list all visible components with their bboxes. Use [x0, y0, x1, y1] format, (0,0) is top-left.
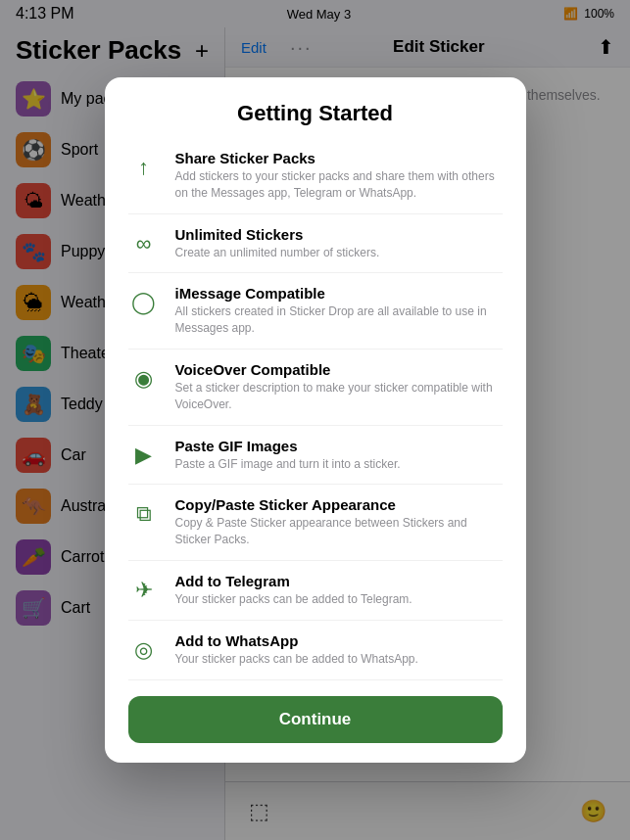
feature-icon-imessage: ◯: [128, 287, 160, 318]
feature-desc-copypaste: Copy & Paste Sticker appearance between …: [175, 515, 503, 548]
feature-item-gif: ▶ Paste GIF Images Paste a GIF image and…: [128, 426, 503, 486]
feature-icon-share: ↑: [128, 152, 160, 183]
feature-desc-gif: Paste a GIF image and turn it into a sti…: [175, 456, 503, 473]
feature-title-imessage: iMessage Compatible: [175, 285, 503, 302]
feature-title-share: Share Sticker Packs: [175, 150, 503, 166]
modal-content: ↑ Share Sticker Packs Add stickers to yo…: [105, 138, 526, 684]
feature-text-share: Share Sticker Packs Add stickers to your…: [175, 150, 503, 202]
feature-text-voiceover: VoiceOver Compatible Set a sticker descr…: [175, 361, 503, 413]
feature-desc-voiceover: Set a sticker description to make your s…: [175, 380, 503, 413]
continue-button[interactable]: Continue: [128, 696, 503, 743]
modal-overlay: Getting Started ↑ Share Sticker Packs Ad…: [0, 0, 630, 840]
feature-title-gif: Paste GIF Images: [175, 438, 503, 454]
feature-icon-unlimited: ∞: [128, 228, 160, 259]
feature-item-imessage: ◯ iMessage Compatible All stickers creat…: [128, 273, 503, 350]
feature-item-share: ↑ Share Sticker Packs Add stickers to yo…: [128, 138, 503, 214]
modal-footer: Continue: [105, 684, 526, 763]
feature-title-telegram: Add to Telegram: [175, 573, 503, 589]
feature-icon-gif: ▶: [128, 440, 160, 471]
getting-started-modal: Getting Started ↑ Share Sticker Packs Ad…: [105, 77, 526, 763]
feature-text-whatsapp: Add to WhatsApp Your sticker packs can b…: [175, 632, 503, 668]
feature-title-whatsapp: Add to WhatsApp: [175, 632, 503, 649]
feature-text-imessage: iMessage Compatible All stickers created…: [175, 285, 503, 337]
feature-desc-whatsapp: Your sticker packs can be added to Whats…: [175, 651, 503, 668]
feature-item-whatsapp: ◎ Add to WhatsApp Your sticker packs can…: [128, 621, 503, 680]
feature-desc-imessage: All stickers created in Sticker Drop are…: [175, 303, 503, 337]
feature-icon-whatsapp: ◎: [128, 634, 160, 666]
feature-item-telegram: ✈ Add to Telegram Your sticker packs can…: [128, 561, 503, 621]
modal-header: Getting Started: [105, 77, 526, 138]
feature-text-unlimited: Unlimited Stickers Create an unlimited n…: [175, 226, 503, 261]
feature-desc-unlimited: Create an unlimited number of stickers.: [175, 245, 503, 261]
feature-item-voiceover: ◉ VoiceOver Compatible Set a sticker des…: [128, 350, 503, 426]
modal-title: Getting Started: [237, 101, 393, 125]
feature-item-unlimited: ∞ Unlimited Stickers Create an unlimited…: [128, 214, 503, 274]
feature-item-copypaste: ⧉ Copy/Paste Sticker Appearance Copy & P…: [128, 485, 503, 561]
feature-desc-share: Add stickers to your sticker packs and s…: [175, 168, 503, 202]
feature-title-copypaste: Copy/Paste Sticker Appearance: [175, 496, 503, 513]
feature-text-telegram: Add to Telegram Your sticker packs can b…: [175, 573, 503, 608]
feature-title-voiceover: VoiceOver Compatible: [175, 361, 503, 378]
feature-icon-copypaste: ⧉: [128, 498, 160, 530]
feature-icon-telegram: ✈: [128, 575, 160, 606]
feature-icon-voiceover: ◉: [128, 363, 160, 395]
feature-text-gif: Paste GIF Images Paste a GIF image and t…: [175, 438, 503, 473]
feature-desc-telegram: Your sticker packs can be added to Teleg…: [175, 591, 503, 608]
feature-title-unlimited: Unlimited Stickers: [175, 226, 503, 243]
feature-text-copypaste: Copy/Paste Sticker Appearance Copy & Pas…: [175, 496, 503, 548]
